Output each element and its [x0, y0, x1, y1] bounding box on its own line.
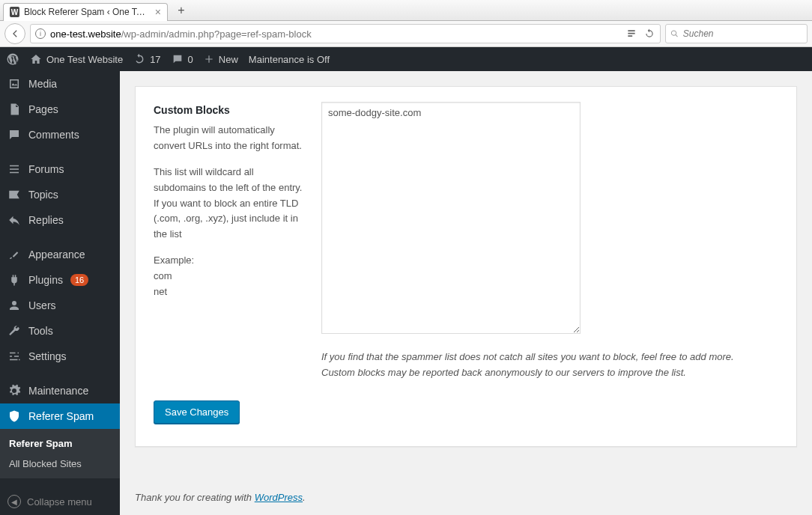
- sidebar-item-referer-spam[interactable]: Referer Spam: [0, 403, 120, 429]
- browser-search[interactable]: [665, 24, 808, 43]
- plugin-update-badge: 16: [70, 274, 88, 286]
- settings-card: Custom Blocks The plugin will automatica…: [135, 86, 797, 447]
- tab-bar: W Block Referer Spam ‹ One Test W × +: [0, 0, 812, 21]
- new-tab-button[interactable]: +: [172, 3, 190, 18]
- sliders-icon: [7, 350, 21, 363]
- sidebar-item-forums[interactable]: Forums: [0, 156, 120, 182]
- browser-search-input[interactable]: [683, 28, 802, 39]
- save-button[interactable]: Save Changes: [154, 400, 240, 424]
- info-icon[interactable]: i: [35, 28, 46, 39]
- comment-icon: [172, 53, 184, 65]
- url-text: one-test.website/wp-admin/admin.php?page…: [50, 28, 312, 40]
- wp-layout: Media Pages Comments Forums Topics Repli…: [0, 71, 812, 515]
- new-content-link[interactable]: New: [204, 54, 238, 65]
- field-help: If you find that the spammer list does n…: [321, 350, 778, 381]
- sidebar-item-users[interactable]: Users: [0, 293, 120, 318]
- favicon-icon: W: [10, 7, 19, 17]
- search-icon: [670, 29, 679, 38]
- wordpress-icon: [6, 52, 19, 66]
- reload-icon[interactable]: [643, 28, 655, 40]
- refresh-icon: [133, 53, 145, 65]
- field-heading: Custom Blocks: [154, 102, 303, 118]
- home-icon: [30, 53, 42, 65]
- submenu-blocked-sites[interactable]: All Blocked Sites: [0, 454, 120, 474]
- footer-credit: Thank you for creating with WordPress.: [135, 492, 797, 503]
- wordpress-link[interactable]: WordPress: [255, 492, 303, 503]
- form-row: Custom Blocks The plugin will automatica…: [154, 102, 778, 381]
- brush-icon: [7, 248, 21, 261]
- sidebar-item-settings[interactable]: Settings: [0, 344, 120, 369]
- page-icon: [7, 103, 21, 116]
- gear-icon: [7, 384, 21, 397]
- maintenance-link[interactable]: Maintenance is Off: [249, 54, 330, 65]
- sidebar-item-maintenance[interactable]: Maintenance: [0, 378, 120, 403]
- reader-mode-icon[interactable]: [625, 28, 637, 40]
- media-icon: [7, 77, 21, 91]
- sidebar-item-replies[interactable]: Replies: [0, 207, 120, 233]
- address-bar: i one-test.website/wp-admin/admin.php?pa…: [0, 21, 812, 46]
- field-input-wrap: some-dodgy-site.com If you find that the…: [321, 102, 778, 381]
- topics-icon: [7, 188, 21, 201]
- back-button[interactable]: [4, 23, 25, 44]
- user-icon: [7, 299, 21, 312]
- sidebar-item-media[interactable]: Media: [0, 71, 120, 97]
- arrow-left-icon: [10, 28, 20, 39]
- sidebar-item-comments[interactable]: Comments: [0, 122, 120, 147]
- forums-icon: [7, 162, 21, 176]
- plug-icon: [7, 273, 21, 287]
- referer-spam-submenu: Referer Spam All Blocked Sites: [0, 429, 120, 478]
- wp-logo[interactable]: [6, 52, 19, 66]
- submenu-referer-spam[interactable]: Referer Spam: [0, 433, 120, 454]
- comment-icon: [7, 128, 21, 141]
- sidebar-item-pages[interactable]: Pages: [0, 97, 120, 122]
- sidebar-item-appearance[interactable]: Appearance: [0, 242, 120, 267]
- browser-tab[interactable]: W Block Referer Spam ‹ One Test W ×: [3, 3, 168, 21]
- plus-icon: [204, 54, 214, 64]
- updates-link[interactable]: 17: [133, 53, 160, 65]
- browser-chrome: W Block Referer Spam ‹ One Test W × + i …: [0, 0, 812, 47]
- field-description: Custom Blocks The plugin will automatica…: [154, 102, 303, 381]
- collapse-icon: ◀: [7, 495, 21, 508]
- site-name-link[interactable]: One Test Website: [30, 53, 123, 65]
- collapse-menu[interactable]: ◀ Collapse menu: [0, 487, 120, 515]
- comments-link[interactable]: 0: [172, 53, 193, 65]
- reply-icon: [7, 213, 21, 227]
- wrench-icon: [7, 324, 21, 338]
- close-tab-icon[interactable]: ×: [155, 7, 161, 17]
- sidebar-item-topics[interactable]: Topics: [0, 182, 120, 207]
- sidebar-item-plugins[interactable]: Plugins 16: [0, 267, 120, 293]
- shield-icon: [7, 409, 21, 423]
- custom-blocks-textarea[interactable]: some-dodgy-site.com: [321, 102, 581, 334]
- main-content: Custom Blocks The plugin will automatica…: [120, 71, 812, 515]
- url-input[interactable]: i one-test.website/wp-admin/admin.php?pa…: [30, 24, 661, 43]
- sidebar-item-tools[interactable]: Tools: [0, 318, 120, 344]
- tab-title: Block Referer Spam ‹ One Test W: [24, 7, 149, 17]
- wp-admin-bar: One Test Website 17 0 New Maintenance is…: [0, 47, 812, 71]
- admin-sidebar: Media Pages Comments Forums Topics Repli…: [0, 71, 120, 515]
